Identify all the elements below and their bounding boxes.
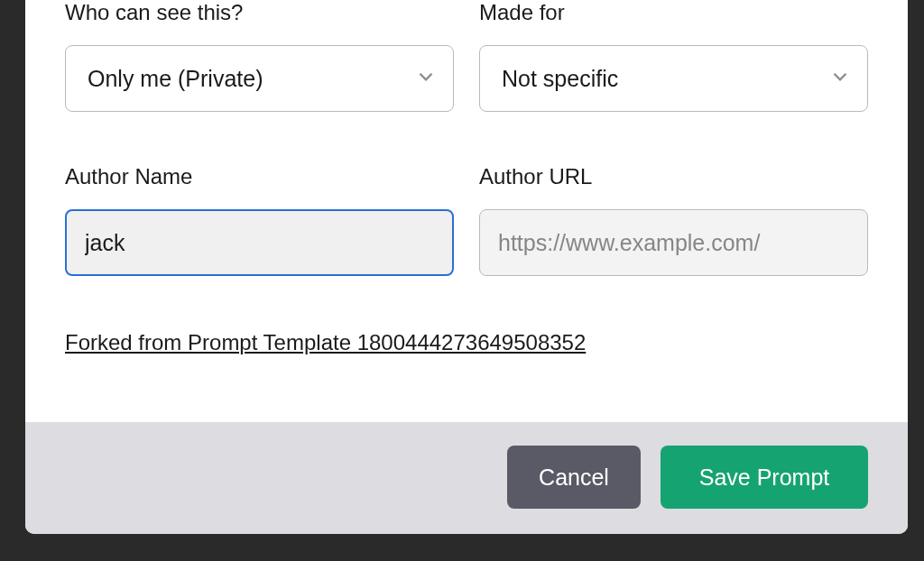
author-name-label: Author Name (65, 164, 454, 189)
row-author: Author Name Author URL (65, 164, 868, 276)
prompt-settings-modal: Who can see this? Only me (Private) Made… (25, 0, 908, 534)
madefor-select[interactable]: Not specific (479, 45, 868, 112)
modal-footer: Cancel Save Prompt (25, 422, 908, 534)
author-url-input[interactable] (479, 209, 868, 276)
madefor-selected-value: Not specific (502, 66, 618, 92)
visibility-select-wrapper: Only me (Private) (65, 45, 454, 112)
field-visibility: Who can see this? Only me (Private) (65, 0, 454, 112)
author-name-input[interactable] (65, 209, 454, 276)
modal-body: Who can see this? Only me (Private) Made… (25, 0, 908, 422)
visibility-label: Who can see this? (65, 0, 454, 25)
visibility-select[interactable]: Only me (Private) (65, 45, 454, 112)
save-prompt-button[interactable]: Save Prompt (661, 446, 868, 509)
author-url-label: Author URL (479, 164, 868, 189)
field-author-url: Author URL (479, 164, 868, 276)
madefor-label: Made for (479, 0, 868, 25)
field-madefor: Made for Not specific (479, 0, 868, 112)
madefor-select-wrapper: Not specific (479, 45, 868, 112)
forked-from-link[interactable]: Forked from Prompt Template 180044427364… (65, 330, 586, 355)
cancel-button[interactable]: Cancel (507, 446, 641, 509)
visibility-selected-value: Only me (Private) (88, 66, 263, 92)
row-visibility-madefor: Who can see this? Only me (Private) Made… (65, 0, 868, 112)
field-author-name: Author Name (65, 164, 454, 276)
